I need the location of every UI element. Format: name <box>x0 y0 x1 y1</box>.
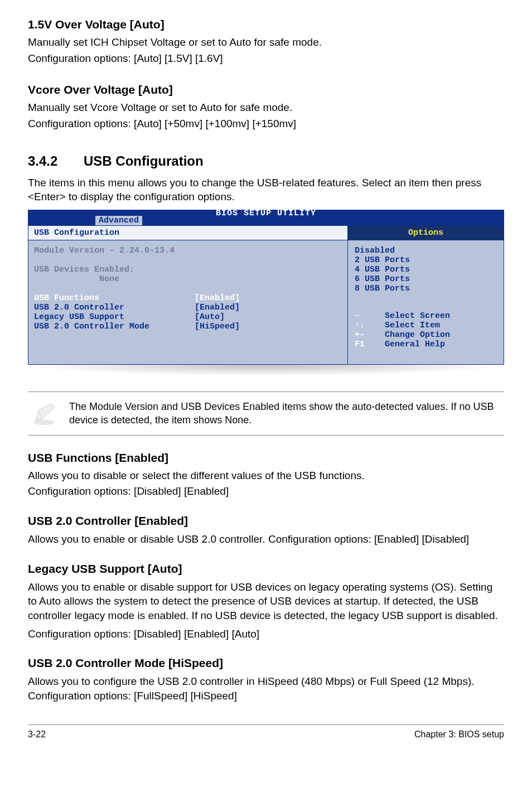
body-text: Allows you to enable or disable USB 2.0 … <box>28 532 504 547</box>
heading-legacy-usb-support: Legacy USB Support [Auto] <box>28 562 504 576</box>
bios-help-sym: ↔ <box>355 311 360 321</box>
bios-help-text: General Help <box>385 340 445 349</box>
note-text: The Module Version and USB Devices Enabl… <box>69 400 501 427</box>
bios-help-text: Change Option <box>385 330 450 340</box>
bios-item-usb-2-controller-mode: USB 2.0 Controller Mode [HiSpeed] <box>34 322 342 331</box>
bios-help-sym: F1 <box>355 340 365 349</box>
bios-item-usb-functions: USB Functions [Enabled] <box>34 293 342 303</box>
pencil-note-icon <box>31 400 57 426</box>
bios-help-text: Select Screen <box>385 311 450 321</box>
body-text: Configuration options: [Auto] [1.5V] [1.… <box>28 52 504 66</box>
bios-right-pane: Options Disabled 2 USB Ports 4 USB Ports… <box>347 226 504 364</box>
note-box: The Module Version and USB Devices Enabl… <box>28 392 504 436</box>
bios-options-body: Disabled 2 USB Ports 4 USB Ports 6 USB P… <box>348 240 504 364</box>
bios-item-label: USB 2.0 Controller <box>34 303 124 312</box>
page-footer: 3-22 Chapter 3: BIOS setup <box>28 724 504 762</box>
body-text: Allows you to enable or disable support … <box>28 580 504 623</box>
body-text: Configuration options: [Auto] [+50mv] [+… <box>28 117 504 131</box>
body-text: Allows you to configure the USB 2.0 cont… <box>28 674 504 703</box>
bios-setup-screenshot: BIOS SETUP UTILITY Advanced USB Configur… <box>28 210 504 376</box>
bios-left-pane: USB Configuration Module Version - 2.24.… <box>28 226 347 364</box>
bios-titlebar: BIOS SETUP UTILITY Advanced <box>28 210 504 225</box>
bios-blank <box>34 255 342 265</box>
bios-item-value: [Enabled] <box>195 303 240 312</box>
heading-vcore-over-voltage: Vcore Over Voltage [Auto] <box>28 83 504 96</box>
body-text: Manually set ICH Chipset Voltage or set … <box>28 36 504 50</box>
heading-usb-2-controller: USB 2.0 Controller [Enabled] <box>28 514 504 528</box>
bios-item-value: [Enabled] <box>195 293 240 303</box>
bios-tab-advanced: Advanced <box>95 215 143 225</box>
body-text: Configuration options: [Disabled] [Enabl… <box>28 485 504 499</box>
heading-3-4-2-usb-configuration: 3.4.2USB Configuration <box>28 153 504 169</box>
body-text: Configuration options: [Disabled] [Enabl… <box>28 627 504 641</box>
heading-usb-2-controller-mode: USB 2.0 Controller Mode [HiSpeed] <box>28 656 504 670</box>
bios-item-legacy-usb-support: Legacy USB Support [Auto] <box>34 312 342 322</box>
section-title: USB Configuration <box>84 153 204 168</box>
bios-item-usb-2-controller: USB 2.0 Controller [Enabled] <box>34 303 342 312</box>
bios-blank <box>34 284 342 293</box>
bios-item-label: USB Functions <box>34 293 99 303</box>
bios-content: Module Version - 2.24.0-13.4 USB Devices… <box>28 240 347 337</box>
bios-body: USB Configuration Module Version - 2.24.… <box>28 225 504 365</box>
body-text: Allows you to disable or select the diff… <box>28 469 504 483</box>
bios-help-keys: ↔ Select Screen ↑↓ Select Item +- Change… <box>355 302 497 359</box>
bios-help-text: Select Item <box>385 321 440 330</box>
chapter-label: Chapter 3: BIOS setup <box>414 729 504 740</box>
bios-devices-none: None <box>99 274 119 284</box>
bios-help-sym: +- <box>355 330 365 340</box>
bios-module-version: Module Version - 2.24.0-13.4 <box>34 246 342 255</box>
bios-devices-enabled-label: USB Devices Enabled: <box>34 265 342 274</box>
body-text: The items in this menu allows you to cha… <box>28 176 504 204</box>
svg-marker-1 <box>36 404 55 421</box>
body-text: Manually set Vcore Voltage or set to Aut… <box>28 101 504 115</box>
page-number: 3-22 <box>28 729 46 740</box>
bios-options-list: Disabled 2 USB Ports 4 USB Ports 6 USB P… <box>355 246 497 293</box>
bios-devices-enabled-value: None <box>34 274 342 284</box>
bios-shadow <box>28 365 504 376</box>
bios-item-value: [Auto] <box>195 312 225 322</box>
heading-usb-functions: USB Functions [Enabled] <box>28 451 504 465</box>
bios-options-header: Options <box>348 226 504 240</box>
bios-config-header: USB Configuration <box>28 226 347 240</box>
bios-item-label: Legacy USB Support <box>34 312 124 322</box>
bios-item-value: [HiSpeed] <box>195 322 240 331</box>
bios-item-label: USB 2.0 Controller Mode <box>34 322 149 331</box>
section-number: 3.4.2 <box>28 153 84 169</box>
heading-1-5v-over-voltage: 1.5V Over Voltage [Auto] <box>28 18 504 31</box>
bios-help-sym: ↑↓ <box>355 321 365 330</box>
